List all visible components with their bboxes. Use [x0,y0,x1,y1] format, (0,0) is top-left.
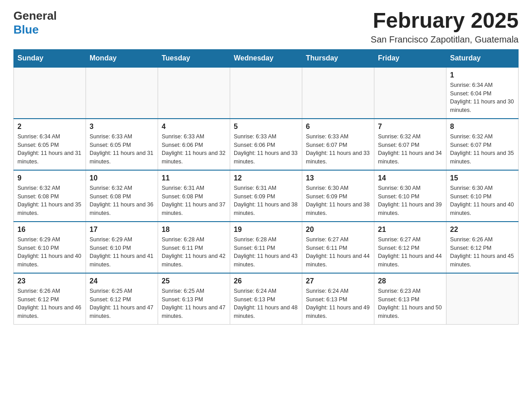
day-cell [302,67,374,119]
header-day-thursday: Thursday [302,49,374,67]
day-cell: 15Sunrise: 6:30 AMSunset: 6:10 PMDayligh… [446,170,519,222]
day-number: 28 [378,277,442,285]
day-info: Sunrise: 6:28 AMSunset: 6:11 PMDaylight:… [162,235,226,269]
day-number: 9 [17,174,82,182]
day-number: 26 [234,277,298,285]
header-day-wednesday: Wednesday [230,49,302,67]
day-info: Sunrise: 6:32 AMSunset: 6:08 PMDaylight:… [90,184,154,218]
day-cell: 18Sunrise: 6:28 AMSunset: 6:11 PMDayligh… [158,222,230,273]
logo-blue: Blue [13,23,39,36]
day-cell: 13Sunrise: 6:30 AMSunset: 6:09 PMDayligh… [302,170,374,222]
day-cell: 11Sunrise: 6:31 AMSunset: 6:08 PMDayligh… [158,170,230,222]
day-info: Sunrise: 6:26 AMSunset: 6:12 PMDaylight:… [17,287,82,321]
day-info: Sunrise: 6:33 AMSunset: 6:06 PMDaylight:… [234,133,298,166]
day-number: 5 [234,123,298,131]
day-info: Sunrise: 6:24 AMSunset: 6:13 PMDaylight:… [234,287,298,321]
day-cell: 25Sunrise: 6:25 AMSunset: 6:13 PMDayligh… [158,273,230,325]
day-info: Sunrise: 6:23 AMSunset: 6:13 PMDaylight:… [378,287,442,321]
day-cell: 12Sunrise: 6:31 AMSunset: 6:09 PMDayligh… [230,170,302,222]
day-info: Sunrise: 6:28 AMSunset: 6:11 PMDaylight:… [234,235,298,269]
day-cell: 14Sunrise: 6:30 AMSunset: 6:10 PMDayligh… [374,170,446,222]
day-info: Sunrise: 6:29 AMSunset: 6:10 PMDaylight:… [17,235,82,269]
day-cell: 20Sunrise: 6:27 AMSunset: 6:11 PMDayligh… [302,222,374,273]
week-row-4: 16Sunrise: 6:29 AMSunset: 6:10 PMDayligh… [14,222,519,273]
day-cell [230,67,302,119]
day-info: Sunrise: 6:25 AMSunset: 6:13 PMDaylight:… [162,287,226,321]
day-number: 10 [90,174,154,182]
week-row-3: 9Sunrise: 6:32 AMSunset: 6:08 PMDaylight… [14,170,519,222]
day-info: Sunrise: 6:30 AMSunset: 6:10 PMDaylight:… [378,184,442,218]
day-info: Sunrise: 6:25 AMSunset: 6:12 PMDaylight:… [90,287,154,321]
day-number: 2 [17,123,82,131]
header-day-saturday: Saturday [446,49,519,67]
day-cell: 2Sunrise: 6:34 AMSunset: 6:05 PMDaylight… [14,119,86,170]
day-number: 21 [378,226,442,234]
header-day-tuesday: Tuesday [158,49,230,67]
day-cell: 23Sunrise: 6:26 AMSunset: 6:12 PMDayligh… [14,273,86,325]
day-info: Sunrise: 6:33 AMSunset: 6:06 PMDaylight:… [162,133,226,166]
day-cell: 22Sunrise: 6:26 AMSunset: 6:12 PMDayligh… [446,222,519,273]
day-number: 20 [306,226,370,234]
day-info: Sunrise: 6:32 AMSunset: 6:07 PMDaylight:… [450,133,515,166]
day-info: Sunrise: 6:24 AMSunset: 6:13 PMDaylight:… [306,287,370,321]
day-number: 7 [378,123,442,131]
logo: General Blue [13,9,57,37]
calendar-table: SundayMondayTuesdayWednesdayThursdayFrid… [13,49,519,325]
week-row-2: 2Sunrise: 6:34 AMSunset: 6:05 PMDaylight… [14,119,519,170]
day-info: Sunrise: 6:30 AMSunset: 6:10 PMDaylight:… [450,184,515,218]
day-info: Sunrise: 6:32 AMSunset: 6:07 PMDaylight:… [378,133,442,166]
day-info: Sunrise: 6:30 AMSunset: 6:09 PMDaylight:… [306,184,370,218]
day-number: 25 [162,277,226,285]
day-cell [446,273,519,325]
day-info: Sunrise: 6:31 AMSunset: 6:09 PMDaylight:… [234,184,298,218]
day-cell: 21Sunrise: 6:27 AMSunset: 6:12 PMDayligh… [374,222,446,273]
day-number: 13 [306,174,370,182]
day-number: 17 [90,226,154,234]
calendar-body: 1Sunrise: 6:34 AMSunset: 6:04 PMDaylight… [14,67,519,325]
day-cell: 16Sunrise: 6:29 AMSunset: 6:10 PMDayligh… [14,222,86,273]
day-number: 3 [90,123,154,131]
day-cell: 4Sunrise: 6:33 AMSunset: 6:06 PMDaylight… [158,119,230,170]
page-header: General Blue February 2025 San Francisco… [13,9,519,45]
day-info: Sunrise: 6:32 AMSunset: 6:08 PMDaylight:… [17,184,82,218]
day-cell: 5Sunrise: 6:33 AMSunset: 6:06 PMDaylight… [230,119,302,170]
day-cell: 27Sunrise: 6:24 AMSunset: 6:13 PMDayligh… [302,273,374,325]
day-info: Sunrise: 6:27 AMSunset: 6:12 PMDaylight:… [378,235,442,269]
day-cell: 6Sunrise: 6:33 AMSunset: 6:07 PMDaylight… [302,119,374,170]
month-title: February 2025 [371,9,519,33]
calendar-header: SundayMondayTuesdayWednesdayThursdayFrid… [14,49,519,67]
logo-general: General [13,9,57,23]
day-number: 1 [450,71,515,79]
header-day-sunday: Sunday [14,49,86,67]
day-cell: 3Sunrise: 6:33 AMSunset: 6:05 PMDaylight… [86,119,158,170]
day-number: 16 [17,226,82,234]
day-number: 8 [450,123,515,131]
week-row-1: 1Sunrise: 6:34 AMSunset: 6:04 PMDaylight… [14,67,519,119]
day-number: 12 [234,174,298,182]
day-cell: 1Sunrise: 6:34 AMSunset: 6:04 PMDaylight… [446,67,519,119]
header-day-monday: Monday [86,49,158,67]
day-cell: 10Sunrise: 6:32 AMSunset: 6:08 PMDayligh… [86,170,158,222]
day-number: 6 [306,123,370,131]
day-info: Sunrise: 6:26 AMSunset: 6:12 PMDaylight:… [450,235,515,269]
day-info: Sunrise: 6:34 AMSunset: 6:05 PMDaylight:… [17,133,82,166]
day-number: 19 [234,226,298,234]
week-row-5: 23Sunrise: 6:26 AMSunset: 6:12 PMDayligh… [14,273,519,325]
day-info: Sunrise: 6:29 AMSunset: 6:10 PMDaylight:… [90,235,154,269]
day-number: 23 [17,277,82,285]
day-cell: 19Sunrise: 6:28 AMSunset: 6:11 PMDayligh… [230,222,302,273]
day-cell [374,67,446,119]
day-info: Sunrise: 6:31 AMSunset: 6:08 PMDaylight:… [162,184,226,218]
header-row: SundayMondayTuesdayWednesdayThursdayFrid… [14,49,519,67]
day-cell [158,67,230,119]
title-block: February 2025 San Francisco Zapotitlan, … [371,9,519,45]
day-number: 14 [378,174,442,182]
day-cell: 9Sunrise: 6:32 AMSunset: 6:08 PMDaylight… [14,170,86,222]
day-number: 27 [306,277,370,285]
day-number: 4 [162,123,226,131]
day-number: 15 [450,174,515,182]
day-info: Sunrise: 6:33 AMSunset: 6:07 PMDaylight:… [306,133,370,166]
day-cell: 7Sunrise: 6:32 AMSunset: 6:07 PMDaylight… [374,119,446,170]
day-cell: 28Sunrise: 6:23 AMSunset: 6:13 PMDayligh… [374,273,446,325]
location-title: San Francisco Zapotitlan, Guatemala [371,34,519,45]
